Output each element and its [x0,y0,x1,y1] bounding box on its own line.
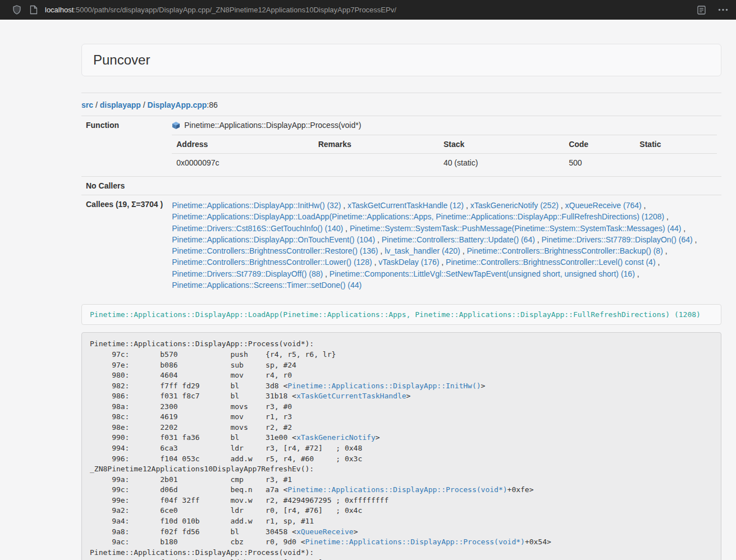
callee-link[interactable]: vTaskDelay (176) [378,258,439,267]
code-symbol-link[interactable]: xTaskGetCurrentTaskHandle [296,392,406,400]
callee-link[interactable]: Pinetime::Applications::DisplayApp::Load… [172,212,664,221]
divider [81,93,721,93]
url-path: :5000/path/src/displayapp/DisplayApp.cpp… [74,6,396,14]
selected-callee-box: Pinetime::Applications::DisplayApp::Load… [81,304,721,325]
no-callers-label: No Callers [81,177,167,195]
stats-column-header: Code [564,135,635,154]
no-callers-cell [167,177,721,195]
callee-link[interactable]: xTaskGetCurrentTaskHandle (12) [348,201,464,210]
function-row-label: Function [81,116,167,177]
callee-link[interactable]: Pinetime::Applications::Screens::Timer::… [172,281,362,290]
code-symbol-link[interactable]: xTaskGenericNotify [296,433,376,442]
stats-value: 40 (static) [439,154,564,172]
callee-link[interactable]: Pinetime::Drivers::St7789::DisplayOff() … [172,269,323,278]
function-row-cell: Pinetime::Applications::DisplayApp::Proc… [167,116,721,177]
callee-link[interactable]: Pinetime::Controllers::BrightnessControl… [172,258,372,267]
code-symbol-link[interactable]: xQueueReceive [296,527,354,536]
callee-link[interactable]: lv_task_handler (420) [385,246,460,255]
callee-link[interactable]: xQueueReceive (764) [565,201,642,210]
stats-value: 500 [564,154,635,172]
browser-toolbar: localhost:5000/path/src/displayapp/Displ… [0,0,736,20]
callee-link[interactable]: Pinetime::Applications::DisplayApp::Init… [172,201,341,210]
main-content: Puncover src / displayapp / DisplayApp.c… [81,20,721,560]
page-title-box: Puncover [81,44,721,76]
stats-column-header: Address [172,135,313,154]
stats-column-header: Remarks [314,135,439,154]
callee-link[interactable]: Pinetime::Controllers::BrightnessControl… [172,246,378,255]
callee-link[interactable]: Pinetime::Applications::DisplayApp::OnTo… [172,235,375,244]
stats-header-row: AddressRemarksStackCodeStatic [172,135,717,154]
callees-cell: Pinetime::Applications::DisplayApp::Init… [167,195,721,296]
url-host: localhost [45,6,74,14]
disassembly: Pinetime::Applications::DisplayApp::Proc… [81,332,721,560]
callee-link[interactable]: Pinetime::Controllers::Battery::Update()… [382,235,535,244]
function-table: Function Pinetime::Applications::Display… [81,116,721,295]
function-name: Pinetime::Applications::DisplayApp::Proc… [184,121,361,130]
code-symbol-link[interactable]: Pinetime::Applications::DisplayApp::Init… [287,382,481,390]
callee-link[interactable]: Pinetime::Drivers::Cst816S::GetTouchInfo… [172,224,343,233]
code-symbol-link[interactable]: Pinetime::Applications::DisplayApp::Proc… [287,485,507,494]
stats-value [635,154,717,172]
callee-link[interactable]: Pinetime::Controllers::BrightnessControl… [467,246,662,255]
shield-icon[interactable] [12,5,21,15]
function-row: Function Pinetime::Applications::Display… [81,116,721,177]
reader-mode-icon[interactable] [697,6,706,15]
callee-link[interactable]: Pinetime::Components::LittleVgl::SetNewT… [330,269,635,278]
url-bar[interactable]: localhost:5000/path/src/displayapp/Displ… [45,6,697,14]
breadcrumb-link[interactable]: src [81,100,93,109]
breadcrumb-link[interactable]: DisplayApp.cpp [148,100,207,109]
code-symbol-link[interactable]: Pinetime::Applications::DisplayApp::Proc… [305,538,525,546]
stats-column-header: Static [635,135,717,154]
callee-link[interactable]: Pinetime::Controllers::BrightnessControl… [446,258,655,267]
stats-table: AddressRemarksStackCodeStatic 0x0000097c… [172,135,717,172]
menu-dots-icon[interactable] [718,8,728,11]
function-name-line: Pinetime::Applications::DisplayApp::Proc… [172,121,717,130]
stats-value [314,154,439,172]
breadcrumb-link[interactable]: displayapp [100,100,141,109]
stats-value-row: 0x0000097c40 (static)500 [172,154,717,172]
stats-column-header: Stack [439,135,564,154]
breadcrumb: src / displayapp / DisplayApp.cpp:86 [81,100,721,109]
function-type-icon [172,121,180,130]
no-callers-row: No Callers [81,177,721,195]
callee-link[interactable]: Pinetime::Drivers::St7789::DisplayOn() (… [542,235,693,244]
page-title: Puncover [93,52,710,68]
callees-row: Callees (19, Σ=3704 ) Pinetime::Applicat… [81,195,721,296]
callees-label: Callees (19, Σ=3704 ) [81,195,167,296]
stats-value: 0x0000097c [172,154,313,172]
callee-link[interactable]: xTaskGenericNotify (252) [470,201,559,210]
callee-link[interactable]: Pinetime::System::SystemTask::PushMessag… [350,224,682,233]
page-info-icon[interactable] [30,5,38,15]
